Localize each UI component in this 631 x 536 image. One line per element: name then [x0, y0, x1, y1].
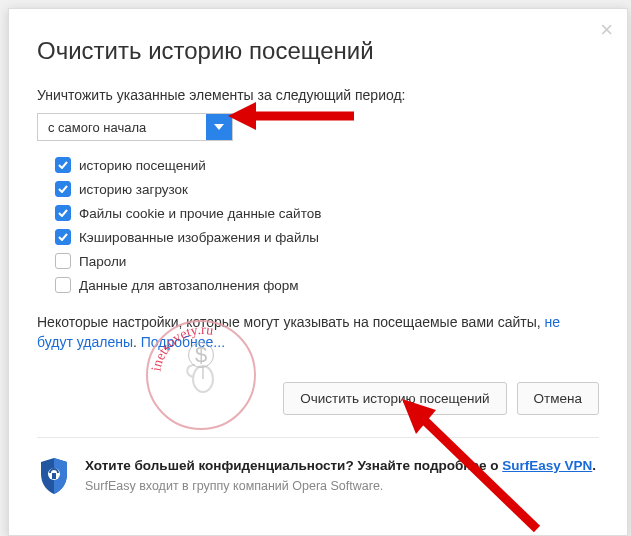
checkbox-label: Файлы cookie и прочие данные сайтов	[79, 206, 321, 221]
period-select-value: с самого начала	[38, 120, 206, 135]
checkbox-row: Файлы cookie и прочие данные сайтов	[55, 205, 599, 221]
checkbox-downloads[interactable]	[55, 181, 71, 197]
checkbox-label: Кэшированные изображения и файлы	[79, 230, 319, 245]
note-static: Некоторые настройки, которые могут указы…	[37, 314, 545, 330]
clear-history-button[interactable]: Очистить историю посещений	[283, 382, 506, 415]
checkbox-row: Кэшированные изображения и файлы	[55, 229, 599, 245]
checkbox-row: Данные для автозаполнения форм	[55, 277, 599, 293]
checkbox-label: Данные для автозаполнения форм	[79, 278, 299, 293]
checkbox-cache[interactable]	[55, 229, 71, 245]
checkbox-row: историю посещений	[55, 157, 599, 173]
checkbox-label: Пароли	[79, 254, 126, 269]
checkbox-row: историю загрузок	[55, 181, 599, 197]
footer: Хотите большей конфиденциальности? Узнай…	[37, 438, 599, 517]
checkbox-label: историю посещений	[79, 158, 206, 173]
chevron-down-icon	[206, 114, 232, 140]
footer-line2: SurfEasy входит в группу компаний Opera …	[85, 479, 383, 493]
button-row: Очистить историю посещений Отмена	[37, 382, 599, 438]
note-link-more[interactable]: Подробнее...	[141, 334, 225, 350]
footer-text: Хотите большей конфиденциальности? Узнай…	[85, 456, 596, 497]
close-icon[interactable]: ×	[600, 19, 613, 41]
clear-history-dialog: × Очистить историю посещений Уничтожить …	[8, 8, 628, 536]
footer-line1: Хотите большей конфиденциальности? Узнай…	[85, 458, 596, 473]
checkbox-label: историю загрузок	[79, 182, 188, 197]
shield-icon	[37, 456, 71, 496]
surfeasy-vpn-link[interactable]: SurfEasy VPN	[502, 458, 592, 473]
note-text: Некоторые настройки, которые могут указы…	[37, 313, 599, 352]
checkbox-cookies[interactable]	[55, 205, 71, 221]
period-label: Уничтожить указанные элементы за следующ…	[37, 87, 599, 103]
checkbox-history[interactable]	[55, 157, 71, 173]
checkbox-row: Пароли	[55, 253, 599, 269]
dialog-title: Очистить историю посещений	[37, 37, 599, 65]
checkbox-autofill[interactable]	[55, 277, 71, 293]
checkbox-passwords[interactable]	[55, 253, 71, 269]
note-sep: .	[133, 334, 141, 350]
cancel-button[interactable]: Отмена	[517, 382, 599, 415]
period-select[interactable]: с самого начала	[37, 113, 233, 141]
checkbox-list: историю посещений историю загрузок Файлы…	[55, 157, 599, 293]
svg-rect-1	[52, 473, 56, 479]
